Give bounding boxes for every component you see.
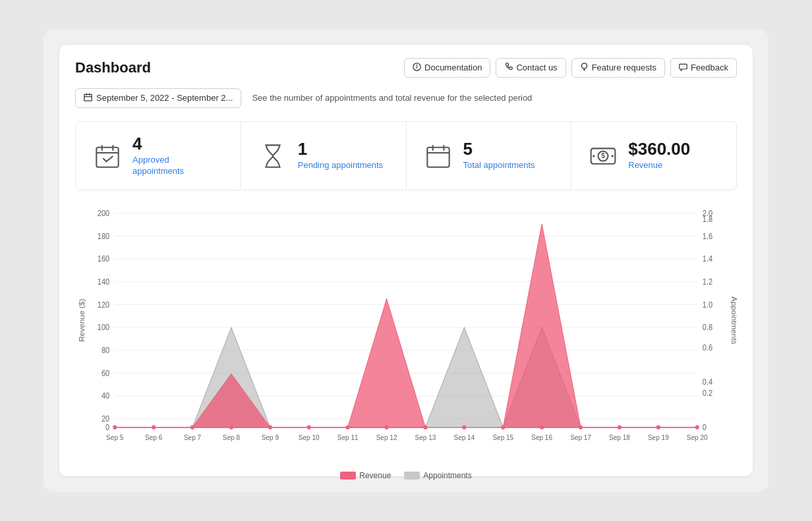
svg-rect-9: [96, 147, 118, 167]
svg-text:Sep 12: Sep 12: [376, 434, 397, 441]
calendar-check-icon: [92, 140, 123, 172]
stat-pending-text: 1 Pending appointments: [298, 140, 383, 171]
svg-text:Sep 6: Sep 6: [145, 434, 162, 441]
chart-svg: 0 20 40 60 80 100 120 140 160 180 200 0 …: [75, 206, 737, 463]
svg-text:20: 20: [102, 415, 109, 423]
feedback-label: Feedback: [691, 63, 728, 72]
svg-marker-77: [348, 299, 426, 427]
svg-point-20: [593, 155, 594, 157]
hourglass-icon: [257, 140, 289, 172]
page-title: Dashboard: [75, 59, 151, 76]
date-range-picker[interactable]: September 5, 2022 - September 2...: [75, 88, 241, 108]
svg-text:0: 0: [703, 424, 707, 431]
svg-text:Sep 7: Sep 7: [184, 434, 201, 441]
svg-point-90: [540, 425, 544, 430]
stat-pending: 1 Pending appointments: [241, 122, 407, 190]
svg-point-80: [152, 425, 156, 430]
svg-text:60: 60: [102, 370, 109, 377]
svg-text:Sep 19: Sep 19: [648, 434, 669, 441]
legend-revenue-label: Revenue: [359, 471, 391, 480]
svg-point-91: [579, 425, 583, 430]
svg-point-92: [618, 425, 622, 430]
chat-icon: [679, 63, 687, 73]
svg-point-88: [462, 425, 466, 430]
svg-point-82: [229, 425, 233, 430]
svg-text:40: 40: [102, 393, 109, 400]
svg-text:Revenue ($): Revenue ($): [78, 299, 86, 343]
svg-text:$: $: [601, 152, 605, 159]
svg-text:Appointments: Appointments: [730, 296, 737, 344]
stat-revenue: $ $360.00 Revenue: [571, 122, 736, 190]
pending-number: 1: [298, 140, 383, 157]
svg-text:1.0: 1.0: [703, 301, 712, 309]
svg-text:Sep 9: Sep 9: [262, 434, 279, 441]
legend-appointments-color: [404, 472, 420, 480]
phone-icon: [504, 63, 513, 73]
chart-container: 0 20 40 60 80 100 120 140 160 180 200 0 …: [75, 206, 737, 463]
dashboard-card: Dashboard Documentation: [59, 45, 753, 477]
svg-point-85: [346, 425, 350, 430]
svg-point-84: [307, 425, 311, 430]
svg-point-87: [423, 425, 427, 430]
total-number: 5: [463, 140, 535, 157]
svg-text:180: 180: [98, 233, 109, 240]
calendar-icon: [84, 93, 92, 103]
svg-text:0.6: 0.6: [703, 344, 712, 352]
feature-requests-button[interactable]: Feature requests: [571, 58, 665, 78]
svg-point-94: [695, 425, 699, 430]
svg-text:140: 140: [98, 278, 109, 286]
documentation-button[interactable]: Documentation: [404, 58, 490, 78]
stats-row: 4 Approvedappointments 1 Pending appoint…: [75, 121, 737, 191]
pending-label: Pending appointments: [298, 160, 383, 171]
stat-approved-text: 4 Approvedappointments: [132, 135, 184, 177]
svg-text:1.4: 1.4: [703, 256, 713, 263]
svg-text:80: 80: [102, 346, 109, 354]
stat-approved: 4 Approvedappointments: [76, 122, 241, 190]
subheader-row: September 5, 2022 - September 2... See t…: [75, 88, 737, 108]
svg-point-83: [268, 425, 272, 430]
svg-text:200: 200: [98, 209, 109, 217]
info-circle-icon: [413, 63, 421, 73]
svg-rect-5: [84, 94, 92, 101]
stat-total-text: 5 Total appointments: [463, 140, 535, 171]
total-label: Total appointments: [463, 160, 535, 171]
svg-text:Sep 11: Sep 11: [337, 434, 359, 441]
date-range-text: September 5, 2022 - September 2...: [96, 93, 233, 103]
svg-text:1.6: 1.6: [703, 233, 712, 240]
svg-text:Sep 15: Sep 15: [492, 434, 513, 441]
svg-text:100: 100: [98, 324, 109, 332]
svg-text:0.4: 0.4: [703, 378, 713, 386]
svg-text:Sep 16: Sep 16: [531, 434, 552, 441]
svg-point-21: [612, 155, 614, 157]
contact-us-button[interactable]: Contact us: [496, 58, 566, 78]
svg-text:Sep 13: Sep 13: [415, 434, 436, 441]
svg-point-93: [656, 425, 660, 430]
svg-point-89: [501, 425, 505, 430]
documentation-label: Documentation: [424, 63, 482, 72]
approved-number: 4: [132, 135, 184, 152]
svg-rect-13: [427, 147, 449, 167]
contact-us-label: Contact us: [516, 63, 557, 72]
legend-revenue: Revenue: [340, 471, 391, 480]
svg-text:Sep 10: Sep 10: [299, 434, 320, 441]
svg-text:0.8: 0.8: [703, 324, 712, 332]
svg-text:Sep 5: Sep 5: [106, 434, 123, 441]
header-buttons: Documentation Contact us: [404, 58, 737, 78]
legend-appointments-label: Appointments: [423, 471, 471, 480]
svg-marker-74: [425, 328, 503, 428]
svg-text:Sep 14: Sep 14: [453, 434, 475, 441]
svg-marker-78: [503, 224, 581, 427]
svg-text:Sep 20: Sep 20: [687, 434, 708, 441]
calendar-icon-stat: [422, 140, 454, 172]
revenue-label: Revenue: [628, 160, 690, 171]
feedback-button[interactable]: Feedback: [670, 58, 737, 78]
svg-text:120: 120: [98, 301, 109, 309]
svg-text:2.0: 2.0: [703, 209, 712, 217]
subheader-description: See the number of appointments and total…: [252, 93, 532, 103]
legend-appointments: Appointments: [404, 471, 471, 480]
lightbulb-icon: [580, 63, 589, 73]
svg-point-79: [113, 425, 117, 430]
svg-text:Sep 8: Sep 8: [223, 434, 240, 441]
svg-text:1.2: 1.2: [703, 278, 712, 286]
legend-revenue-color: [340, 472, 356, 480]
